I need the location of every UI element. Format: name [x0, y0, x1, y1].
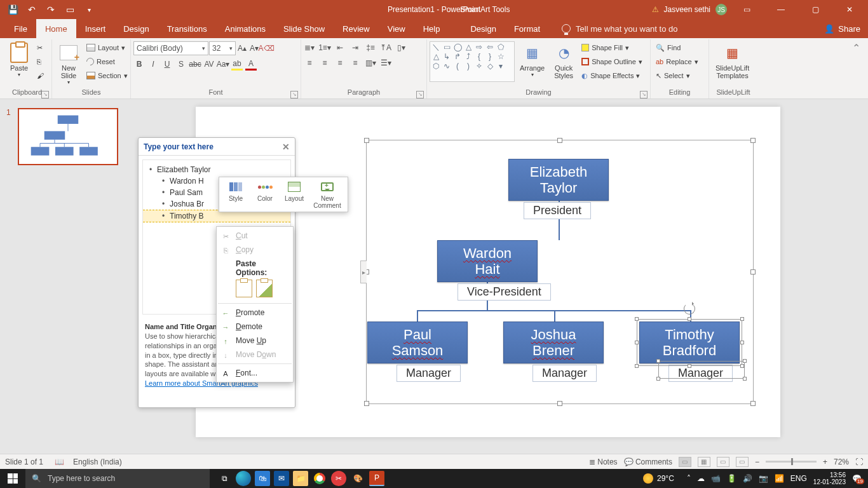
explorer-icon[interactable]: 📁: [293, 471, 308, 486]
weather[interactable]: 29°C: [643, 473, 674, 484]
font-name-combo[interactable]: Calibri (Body)▾: [133, 41, 208, 55]
smartart-convert-button[interactable]: ☰▾: [380, 57, 391, 69]
fit-window-icon[interactable]: ⛶: [855, 458, 863, 466]
mini-style-button[interactable]: Style: [223, 180, 248, 209]
align-left-button[interactable]: ≡: [304, 57, 315, 69]
meet-now-icon[interactable]: 📹: [711, 474, 721, 483]
paste-keep-source-icon[interactable]: [236, 280, 252, 297]
copy-button[interactable]: ⎘: [34, 55, 46, 68]
bold-button[interactable]: B: [133, 58, 145, 71]
comments-button[interactable]: 💬 Comments: [624, 458, 672, 466]
shape-fill-button[interactable]: Shape Fill▾: [579, 41, 645, 54]
shadow-button[interactable]: S: [175, 58, 187, 71]
tab-design[interactable]: Design: [114, 19, 158, 38]
zoom-value[interactable]: 72%: [834, 458, 849, 466]
paragraph-launcher-icon[interactable]: ↘: [416, 91, 424, 98]
clock[interactable]: 13:5612-01-2023: [813, 471, 846, 485]
rotate-handle-icon[interactable]: [684, 303, 695, 315]
shapes-gallery[interactable]: ＼▭◯△⇨⇦⬠ △↳↱⤴{}☆ ⬡∿()✧◇▾: [430, 41, 515, 82]
mini-comment-button[interactable]: New Comment: [311, 180, 344, 209]
thumbnail-panel[interactable]: 1: [0, 99, 126, 469]
notes-button[interactable]: ≣ Notes: [589, 458, 618, 466]
mail-icon[interactable]: ✉: [274, 471, 289, 486]
tab-view[interactable]: View: [379, 19, 414, 38]
share-button[interactable]: 👤Share: [824, 19, 860, 38]
arrange-button[interactable]: ▦Arrange▾: [516, 41, 548, 79]
inc-indent-button[interactable]: ⇥: [349, 41, 361, 54]
slide-indicator[interactable]: Slide 1 of 1: [5, 458, 43, 466]
start-button[interactable]: [0, 469, 25, 488]
quick-styles-button[interactable]: ◔Quick Styles: [550, 41, 578, 81]
shape-outline-button[interactable]: Shape Outline▾: [579, 55, 645, 68]
normal-view-icon[interactable]: ▭: [679, 457, 691, 467]
org-node-vp[interactable]: WardonHait: [437, 240, 538, 282]
tab-animations[interactable]: Animations: [216, 19, 275, 38]
align-text-button[interactable]: ▯▾: [395, 41, 407, 54]
bullets-button[interactable]: ≣▾: [304, 41, 315, 54]
zoom-out-icon[interactable]: −: [755, 458, 759, 466]
numbering-button[interactable]: 1≡▾: [319, 41, 330, 54]
user-avatar[interactable]: JS: [715, 4, 727, 15]
snip-icon[interactable]: ✂: [331, 471, 346, 486]
find-button[interactable]: 🔍Find: [653, 41, 701, 54]
user-name[interactable]: Jasveen sethi: [664, 5, 710, 14]
camera-icon[interactable]: 📷: [759, 474, 768, 483]
dec-indent-button[interactable]: ⇤: [334, 41, 346, 54]
ribbon-options-icon[interactable]: ▭: [732, 0, 761, 19]
tab-file[interactable]: File: [5, 19, 36, 38]
zoom-slider[interactable]: [766, 461, 817, 463]
battery-icon[interactable]: 🔋: [727, 474, 736, 483]
ctx-copy[interactable]: ⎘Copy: [217, 243, 293, 257]
tab-transitions[interactable]: Transitions: [158, 19, 216, 38]
char-spacing-button[interactable]: AV: [203, 58, 215, 71]
tab-slideshow[interactable]: Slide Show: [275, 19, 334, 38]
paste-button[interactable]: Paste▾: [5, 41, 33, 79]
onedrive-icon[interactable]: ☁: [697, 474, 705, 483]
columns-button[interactable]: ▥▾: [365, 57, 376, 69]
clear-format-button[interactable]: A⌫: [261, 42, 272, 55]
underline-button[interactable]: U: [161, 58, 173, 71]
zoom-in-icon[interactable]: +: [823, 458, 827, 466]
powerpoint-icon[interactable]: P: [369, 471, 384, 486]
tell-me[interactable]: Tell me what you want to do: [562, 19, 677, 38]
drawing-launcher-icon[interactable]: ↘: [640, 91, 648, 98]
taskbar-search[interactable]: 🔍Type here to search: [25, 469, 210, 488]
notifications-icon[interactable]: 💬19: [852, 474, 862, 483]
new-slide-button[interactable]: New Slide▾: [55, 41, 83, 86]
slideshow-view-icon[interactable]: ▭: [736, 457, 749, 467]
italic-button[interactable]: I: [147, 58, 159, 71]
ctx-font[interactable]: AFont...: [217, 366, 293, 380]
ctx-promote[interactable]: ←Promote: [217, 306, 293, 320]
textpane-toggle-icon[interactable]: ▸: [360, 261, 367, 283]
align-center-button[interactable]: ≡: [319, 57, 330, 69]
org-node-m1[interactable]: PaulSamson: [367, 322, 468, 363]
ctx-cut[interactable]: ✂Cut: [217, 229, 293, 243]
chrome-icon[interactable]: [312, 471, 327, 486]
reset-button[interactable]: Reset: [84, 55, 130, 68]
select-button[interactable]: ↖Select▾: [653, 69, 701, 82]
warning-icon[interactable]: ⚠: [652, 5, 659, 14]
undo-icon[interactable]: ↶: [27, 4, 37, 15]
ctx-move-down[interactable]: ↓Move Down: [217, 348, 293, 362]
tray-expand-icon[interactable]: ˄: [687, 474, 691, 483]
language-icon[interactable]: ENG: [790, 474, 807, 483]
selection-box[interactable]: [637, 319, 742, 366]
tab-review[interactable]: Review: [334, 19, 379, 38]
cut-button[interactable]: ✂: [34, 41, 46, 54]
clipboard-launcher-icon[interactable]: ↘: [41, 91, 49, 98]
mini-color-button[interactable]: Color: [252, 180, 278, 209]
text-direction-button[interactable]: ⤒A: [380, 41, 391, 54]
tab-smartart-design[interactable]: Design: [461, 19, 505, 38]
task-view-icon[interactable]: ⧉: [217, 471, 232, 486]
start-from-beginning-icon[interactable]: ▭: [65, 4, 75, 15]
volume-icon[interactable]: 🔊: [743, 474, 752, 483]
org-node-president[interactable]: ElizabethTaylor: [508, 159, 609, 201]
grow-font-button[interactable]: A▴: [236, 42, 248, 55]
tab-help[interactable]: Help: [414, 19, 449, 38]
highlight-button[interactable]: ab: [231, 58, 243, 71]
strike-button[interactable]: abc: [189, 58, 201, 71]
store-icon[interactable]: 🛍: [255, 471, 270, 486]
font-color-button[interactable]: A: [245, 58, 257, 71]
sorter-view-icon[interactable]: ▦: [698, 457, 710, 467]
collapse-ribbon-icon[interactable]: ⌃: [847, 39, 865, 98]
